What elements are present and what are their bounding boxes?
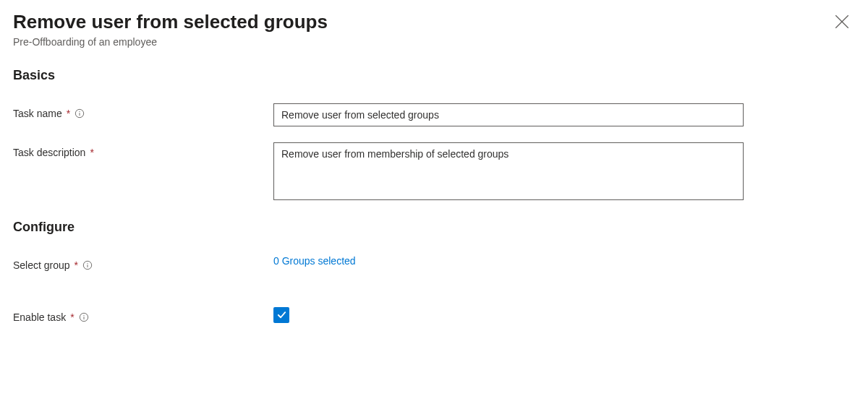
required-indicator: * xyxy=(70,311,74,323)
enable-task-label-text: Enable task xyxy=(13,311,66,323)
task-name-label: Task name * xyxy=(13,103,273,119)
info-icon[interactable] xyxy=(75,108,85,119)
page-subtitle: Pre-Offboarding of an employee xyxy=(13,36,328,48)
task-description-label-text: Task description xyxy=(13,147,85,158)
required-indicator: * xyxy=(67,108,70,119)
configure-heading: Configure xyxy=(13,220,849,235)
required-indicator: * xyxy=(90,147,93,158)
required-indicator: * xyxy=(75,259,78,271)
select-group-label: Select group * xyxy=(13,255,273,271)
svg-point-3 xyxy=(80,111,80,112)
task-name-input[interactable] xyxy=(273,103,744,126)
select-group-link[interactable]: 0 Groups selected xyxy=(273,255,356,267)
select-group-label-text: Select group xyxy=(13,259,70,271)
close-button[interactable] xyxy=(835,14,849,29)
enable-task-checkbox[interactable] xyxy=(273,307,289,323)
close-icon xyxy=(835,14,849,29)
task-description-label: Task description * xyxy=(13,142,273,158)
info-icon[interactable] xyxy=(82,260,93,270)
task-description-input[interactable] xyxy=(273,142,744,200)
svg-point-9 xyxy=(83,315,84,316)
task-name-label-text: Task name xyxy=(13,108,62,119)
basics-heading: Basics xyxy=(13,68,849,83)
check-icon xyxy=(276,309,287,320)
info-icon[interactable] xyxy=(79,312,89,322)
svg-point-6 xyxy=(88,263,88,264)
page-title: Remove user from selected groups xyxy=(13,10,328,35)
enable-task-label: Enable task * xyxy=(13,307,273,323)
